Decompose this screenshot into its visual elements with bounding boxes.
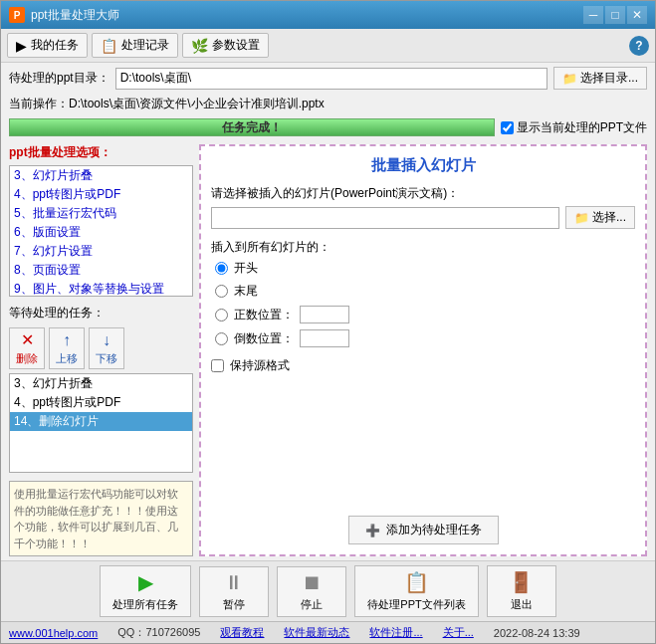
left-panel-title: ppt批量处理选项： (9, 144, 193, 161)
radio-start-row: 开头 (215, 260, 635, 277)
title-bar: P ppt批量处理大师 ─ □ ✕ (1, 1, 655, 29)
show-current-checkbox-row: 显示当前处理的PPT文件 (501, 119, 647, 136)
window-title: ppt批量处理大师 (31, 7, 119, 24)
progress-row: 任务完成！ 显示当前处理的PPT文件 (1, 116, 655, 140)
bottom-toolbar: ▶ 处理所有任务 ⏸ 暂停 ⏹ 停止 📋 待处理PPT文件列表 🚪 退出 (1, 560, 655, 621)
toolbar-left: ▶ 我的任务 📋 处理记录 🌿 参数设置 (7, 33, 269, 58)
select-dir-button[interactable]: 📁 选择目录... (553, 67, 647, 90)
dir-input[interactable] (115, 68, 547, 90)
keep-format-label: 保持源格式 (230, 357, 290, 374)
pending-task-list[interactable]: 3、幻灯片折叠 4、ppt转图片或PDF 14、删除幻灯片 (9, 373, 193, 473)
help-button[interactable]: ? (629, 36, 649, 56)
pause-icon: ⏸ (224, 571, 244, 594)
stop-icon: ⏹ (302, 571, 322, 594)
select-file-button[interactable]: 📁 选择... (565, 206, 635, 229)
pending-item-3[interactable]: 14、删除幻灯片 (10, 412, 192, 431)
task-item-6[interactable]: 6、版面设置 (10, 223, 192, 242)
file-input[interactable] (211, 207, 559, 229)
maximize-button[interactable]: □ (605, 6, 625, 24)
pos-asc-input[interactable] (300, 306, 349, 323)
list-icon: 📋 (404, 570, 429, 594)
progress-bar: 任务完成！ (9, 118, 495, 136)
pending-item-1[interactable]: 3、幻灯片折叠 (10, 374, 192, 393)
update-link[interactable]: 软件最新动态 (284, 625, 349, 640)
task-item-8[interactable]: 8、页面设置 (10, 261, 192, 280)
tutorial-link[interactable]: 观看教程 (220, 625, 264, 640)
action-buttons: ✕ 删除 ↑ 上移 ↓ 下移 (9, 327, 193, 369)
dir-label: 待处理的ppt目录： (9, 70, 109, 87)
main-window: P ppt批量处理大师 ─ □ ✕ ▶ 我的任务 📋 处理记录 🌿 参数设置 ? (0, 0, 656, 644)
add-icon: ➕ (365, 524, 380, 537)
radio-start-label: 开头 (234, 260, 258, 277)
insert-label: 插入到所有幻灯片的： (211, 239, 635, 256)
about-link[interactable]: 关于... (443, 625, 474, 640)
file-select-row: 📁 选择... (211, 206, 635, 229)
down-icon: ↓ (103, 331, 110, 349)
window-controls: ─ □ ✕ (583, 6, 647, 24)
pending-title: 等待处理的任务： (9, 305, 193, 322)
minimize-button[interactable]: ─ (583, 6, 603, 24)
right-panel-title: 批量插入幻灯片 (211, 156, 635, 175)
website-link[interactable]: www.001help.com (9, 627, 98, 639)
radio-end-row: 末尾 (215, 283, 635, 300)
delete-task-button[interactable]: ✕ 删除 (9, 327, 45, 369)
title-bar-left: P ppt批量处理大师 (9, 7, 119, 24)
status-bar: www.001help.com QQ：710726095 观看教程 软件最新动态… (1, 621, 655, 643)
insert-section: 插入到所有幻灯片的： 开头 末尾 正数位置： (211, 239, 635, 347)
radio-pos-asc[interactable] (215, 309, 228, 322)
folder-icon: 📁 (562, 72, 577, 86)
settings-button[interactable]: 🌿 参数设置 (182, 33, 269, 58)
task-item-4[interactable]: 4、ppt转图片或PDF (10, 185, 192, 204)
radio-start[interactable] (215, 262, 228, 275)
file-select-label: 请选择被插入的幻灯片(PowerPoint演示文稿)： (211, 185, 635, 202)
radio-pos-desc-row: 倒数位置： (215, 329, 635, 347)
pending-item-2[interactable]: 4、ppt转图片或PDF (10, 393, 192, 412)
move-down-button[interactable]: ↓ 下移 (89, 327, 124, 369)
radio-pos-desc-label: 倒数位置： (234, 330, 294, 347)
folder2-icon: 📁 (574, 211, 589, 225)
left-panel: ppt批量处理选项： 3、幻灯片折叠 4、ppt转图片或PDF 5、批量运行宏代… (9, 144, 193, 556)
right-panel: 批量插入幻灯片 请选择被插入的幻灯片(PowerPoint演示文稿)： 📁 选择… (199, 144, 647, 556)
main-toolbar: ▶ 我的任务 📋 处理记录 🌿 参数设置 ? (1, 29, 655, 63)
app-icon: P (9, 7, 25, 23)
history-icon: 📋 (101, 38, 117, 54)
task-item-9[interactable]: 9、图片、对象等替换与设置 (10, 280, 192, 297)
task-list[interactable]: 3、幻灯片折叠 4、ppt转图片或PDF 5、批量运行宏代码 6、版面设置 7、… (9, 165, 193, 297)
tasks-icon: ▶ (16, 38, 27, 54)
add-task-button[interactable]: ➕ 添加为待处理任务 (348, 516, 499, 544)
up-icon: ↑ (63, 331, 71, 349)
radio-end-label: 末尾 (234, 283, 258, 300)
keep-format-row: 保持源格式 (211, 357, 635, 374)
promo-text: 使用批量运行宏代码功能可以对软件的功能做任意扩充！！！使用这个功能，软件可以扩展… (9, 481, 193, 556)
quit-icon: 🚪 (509, 570, 534, 594)
my-tasks-button[interactable]: ▶ 我的任务 (7, 33, 88, 58)
radio-pos-desc[interactable] (215, 332, 228, 345)
stop-button[interactable]: ⏹ 停止 (277, 566, 346, 617)
register-link[interactable]: 软件注册... (369, 625, 422, 640)
progress-text: 任务完成！ (10, 119, 494, 135)
move-up-button[interactable]: ↑ 上移 (49, 327, 85, 369)
run-all-button[interactable]: ▶ 处理所有任务 (100, 565, 191, 617)
delete-icon: ✕ (21, 330, 34, 349)
radio-pos-asc-label: 正数位置： (234, 307, 294, 323)
task-item-3[interactable]: 3、幻灯片折叠 (10, 166, 192, 185)
pause-button[interactable]: ⏸ 暂停 (199, 566, 269, 617)
position-radio-group: 开头 末尾 正数位置： 倒数位置： (211, 260, 635, 347)
history-button[interactable]: 📋 处理记录 (92, 33, 178, 58)
run-icon: ▶ (138, 570, 153, 594)
pos-desc-input[interactable] (300, 329, 349, 347)
settings-icon: 🌿 (191, 38, 208, 54)
radio-end[interactable] (215, 285, 228, 298)
keep-format-checkbox[interactable] (211, 359, 224, 372)
close-button[interactable]: ✕ (627, 6, 647, 24)
pending-list-button[interactable]: 📋 待处理PPT文件列表 (354, 565, 478, 617)
main-content: ppt批量处理选项： 3、幻灯片折叠 4、ppt转图片或PDF 5、批量运行宏代… (1, 140, 655, 560)
quit-button[interactable]: 🚪 退出 (487, 565, 556, 617)
current-operation: 当前操作：D:\tools\桌面\资源文件\小企业会计准则培训.pptx (1, 94, 655, 116)
task-item-5[interactable]: 5、批量运行宏代码 (10, 204, 192, 223)
task-item-7[interactable]: 7、幻灯片设置 (10, 242, 192, 261)
show-current-checkbox[interactable] (501, 121, 514, 134)
file-select-section: 请选择被插入的幻灯片(PowerPoint演示文稿)： 📁 选择... (211, 185, 635, 229)
qq-info: QQ：710726095 (117, 625, 200, 640)
datetime: 2022-08-24 13:39 (494, 627, 580, 639)
